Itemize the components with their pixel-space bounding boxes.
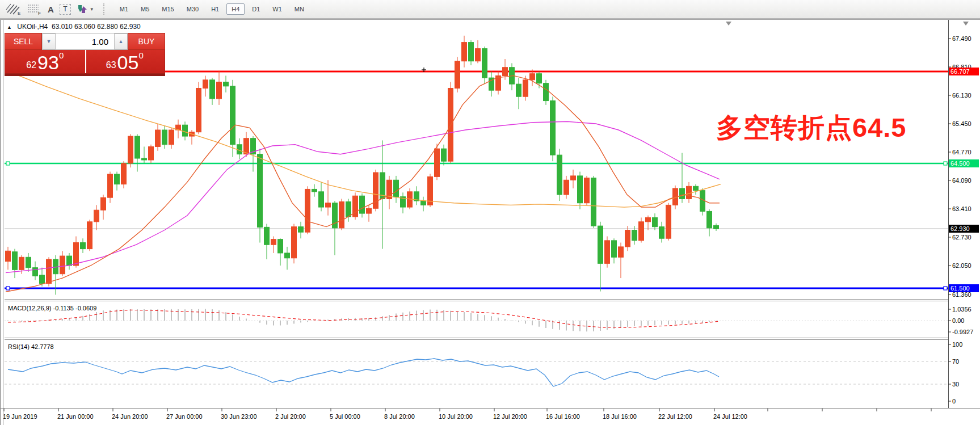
- candle-body: [271, 239, 276, 245]
- candle-body: [135, 136, 140, 158]
- macd-signal-line: [8, 310, 719, 327]
- volume-box: ▼ 1.00 ▲: [42, 33, 128, 50]
- candle-body: [714, 225, 719, 229]
- candle-body: [12, 252, 18, 270]
- candle-body: [625, 230, 630, 247]
- trade-panel: SELL ▼ 1.00 ▲ BUY 62 93 0 63 05 0: [5, 33, 165, 76]
- candle-body: [285, 253, 290, 258]
- candle-body: [230, 86, 235, 145]
- candle-body: [94, 210, 99, 222]
- candle-body: [584, 178, 590, 203]
- candle-body: [619, 247, 624, 257]
- candle-body: [680, 188, 685, 199]
- ask-pips: 05: [117, 53, 139, 71]
- candle-body: [312, 189, 317, 191]
- ask-point: 0: [138, 51, 143, 60]
- candle-body: [155, 130, 161, 146]
- candle-body: [591, 178, 596, 226]
- hline-handle-support-61.5[interactable]: [944, 287, 947, 290]
- candle-body: [81, 243, 86, 249]
- candle-body: [653, 217, 658, 226]
- candle-body: [210, 80, 215, 99]
- volume-input[interactable]: 1.00: [56, 33, 114, 49]
- candle-body: [598, 226, 603, 263]
- candle-body: [462, 43, 467, 61]
- candle-body: [244, 138, 249, 154]
- candle-body: [360, 196, 365, 213]
- candle-body: [258, 154, 263, 228]
- sell-button[interactable]: SELL: [5, 33, 42, 50]
- candle-body: [40, 275, 45, 284]
- candle-body: [557, 155, 562, 195]
- candle-body: [578, 176, 583, 203]
- bid-price[interactable]: 62 93 0: [5, 50, 85, 73]
- candle-body: [469, 43, 474, 61]
- bid-point: 0: [59, 51, 64, 60]
- candle-body: [646, 217, 651, 221]
- candle-body: [74, 243, 79, 266]
- candle-body: [101, 197, 106, 210]
- candle-body: [659, 227, 664, 239]
- candle-body: [183, 125, 188, 136]
- candle-body: [516, 84, 521, 96]
- candle-body: [326, 203, 331, 207]
- candle-body: [482, 49, 487, 78]
- candle-body: [33, 268, 38, 276]
- candle-body: [687, 186, 692, 199]
- hline-handle-support-61.5[interactable]: [6, 287, 10, 290]
- candle-body: [339, 202, 344, 228]
- candle-body: [693, 186, 699, 190]
- candle-body: [47, 259, 52, 284]
- candle-body: [128, 136, 133, 163]
- rsi-line: [8, 359, 719, 386]
- candle-body: [503, 68, 508, 76]
- candle-body: [121, 163, 127, 184]
- candle-body: [67, 256, 72, 266]
- candle-body: [6, 251, 11, 261]
- ma-orange-line: [17, 75, 721, 207]
- candle-body: [530, 74, 535, 80]
- candle-body: [421, 201, 426, 205]
- candle-body: [217, 82, 222, 98]
- candle-body: [346, 202, 351, 217]
- candle-body: [632, 230, 637, 241]
- candle-body: [639, 222, 644, 241]
- volume-decrease-button[interactable]: ▼: [42, 33, 56, 49]
- candle-body: [707, 211, 712, 228]
- trade-panel-strip: [5, 74, 165, 76]
- scale-marker-icon[interactable]: [963, 22, 969, 26]
- buy-button[interactable]: BUY: [128, 33, 165, 50]
- ask-whole: 63: [106, 61, 116, 71]
- candle-body: [523, 80, 528, 96]
- candle-body: [169, 130, 174, 145]
- candle-body: [264, 227, 270, 245]
- candle-body: [544, 83, 549, 101]
- chart-shift-marker-icon[interactable]: [726, 22, 731, 26]
- candle-body: [19, 257, 24, 270]
- candle-body: [435, 149, 440, 176]
- volume-increase-button[interactable]: ▲: [114, 33, 128, 49]
- candle-body: [278, 239, 283, 253]
- candle-body: [455, 61, 460, 89]
- candle-body: [224, 82, 229, 86]
- candle-body: [203, 80, 208, 89]
- price-divider: [85, 50, 86, 73]
- candle-body: [115, 174, 120, 184]
- candle-body: [87, 222, 92, 249]
- candle-body: [142, 158, 147, 160]
- candle-body: [441, 149, 447, 161]
- candle-body: [298, 227, 304, 233]
- candle-body: [571, 176, 576, 180]
- candle-body: [305, 189, 310, 232]
- candle-body: [292, 227, 297, 258]
- candle-body: [476, 49, 481, 61]
- candle-body: [537, 74, 542, 83]
- ask-price[interactable]: 63 05 0: [85, 50, 165, 73]
- candle-body: [394, 180, 399, 196]
- candle-body: [162, 130, 167, 145]
- hline-handle-pivot-64.5[interactable]: [944, 162, 947, 165]
- candle-body: [666, 205, 671, 238]
- hline-handle-pivot-64.5[interactable]: [6, 162, 10, 165]
- candle-body: [60, 256, 65, 274]
- candle-body: [612, 241, 617, 257]
